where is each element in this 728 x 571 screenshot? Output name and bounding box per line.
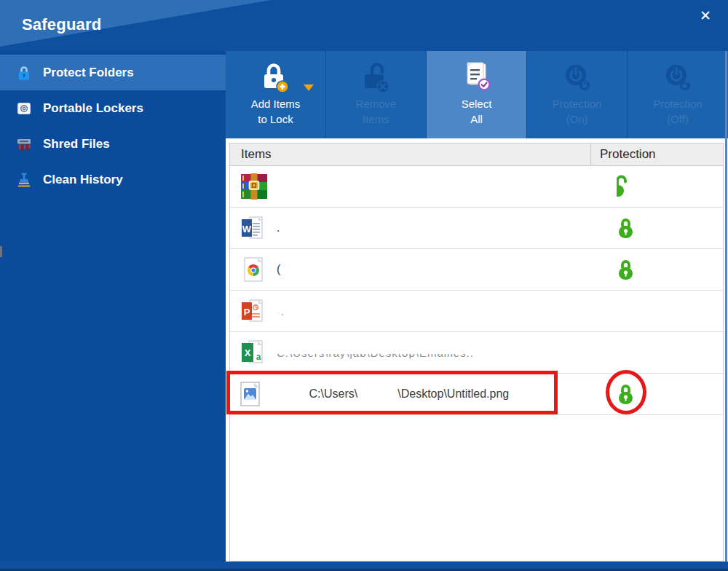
svg-text:a: a [256,352,261,362]
table-row-untitled-png[interactable]: C:\Users\\Desktop\Untitled.png [230,374,723,415]
close-icon: ✕ [700,7,711,24]
add-items-to-lock-button[interactable]: Add Items to Lock [226,51,326,138]
screen-edge-artifact [0,246,2,257]
button-label: Protection [553,96,602,111]
window-right-border [725,51,727,571]
svg-text:P: P [244,307,250,318]
power-lock-icon [561,58,593,96]
button-label: Select [462,96,492,111]
button-label: All [470,111,483,127]
item-path-remnant: ( [277,263,280,276]
column-header-protection[interactable]: Protection [590,143,723,165]
table-row[interactable]: P -. [230,291,723,332]
button-label: (On) [566,111,588,127]
sidebar-item-label: Clean History [43,173,123,187]
sidebar-item-label: Protect Folders [43,66,134,80]
sidebar-item-shred-files[interactable]: Shred Files [0,126,226,162]
safeguard-window: Safeguard ✕ Protect Folders [0,0,728,571]
title-bar: Safeguard ✕ [0,0,728,51]
path-prefix: C:\Users\ [309,387,358,400]
select-all-documents-icon [461,58,493,96]
chrome-html-file-icon [230,256,277,283]
column-header-items[interactable]: Items [230,143,590,165]
protection-locked-icon [617,382,635,406]
svg-text:X: X [245,347,251,358]
table-row[interactable]: ( [230,249,723,291]
sidebar: Protect Folders Portable Lockers [0,51,226,571]
button-label: (Off) [667,111,689,127]
svg-text:W: W [242,224,252,235]
table-row[interactable]: W . [230,208,723,249]
stamp-brush-icon [16,172,32,188]
button-label: Remove [356,96,397,111]
excel-file-icon: a X [230,339,277,366]
item-path-remnant: -. [277,305,285,318]
button-label: Protection [653,96,703,111]
sidebar-item-label: Portable Lockers [43,101,143,116]
select-all-button[interactable]: Select All [427,51,527,138]
protection-off-button[interactable]: Protection (Off) [628,51,728,138]
remove-lock-icon [360,58,392,96]
button-label: to Lock [258,111,293,127]
table-row[interactable] [230,166,723,208]
shredder-icon [16,136,32,152]
protection-locked-icon [617,216,635,240]
protection-unlocked-partial-icon [617,174,628,199]
items-list-panel: Items Protection [229,143,724,562]
app-title: Safeguard [22,15,101,34]
word-document-icon: W [230,215,277,241]
locker-safe-icon [16,101,32,117]
sidebar-item-protect-folders[interactable]: Protect Folders [0,55,226,90]
remove-items-button[interactable]: Remove Items [326,51,427,138]
png-image-file-icon [230,382,277,406]
sidebar-item-clean-history[interactable]: Clean History [0,162,226,197]
protection-on-button[interactable]: Protection (On) [527,51,628,138]
list-header: Items Protection [230,143,723,166]
sidebar-item-label: Shred Files [43,137,110,151]
toolbar: Add Items to Lock Remove Items [226,51,728,138]
sidebar-item-portable-lockers[interactable]: Portable Lockers [0,90,226,126]
close-button[interactable]: ✕ [695,4,716,26]
winrar-archive-icon [230,173,277,200]
button-label: Items [363,111,389,127]
item-path: C:\Users\\Desktop\Untitled.png [283,374,509,414]
power-unlock-icon [662,58,694,96]
powerpoint-file-icon: P [230,298,277,324]
table-row[interactable]: a X C:\Users\ray\jab\Desktop\Emailles.. [230,332,723,374]
item-path-remnant: . [277,221,280,235]
button-label: Add Items [251,96,301,111]
padlock-icon [16,65,32,81]
add-lock-icon [260,58,292,96]
window-bottom-border [0,562,728,571]
path-suffix: \Desktop\Untitled.png [397,387,509,400]
protection-locked-icon [617,258,635,281]
dropdown-caret-icon[interactable] [304,84,314,91]
item-path-remnant: C:\Users\ray\jab\Desktop\Emailles.. [277,347,474,359]
